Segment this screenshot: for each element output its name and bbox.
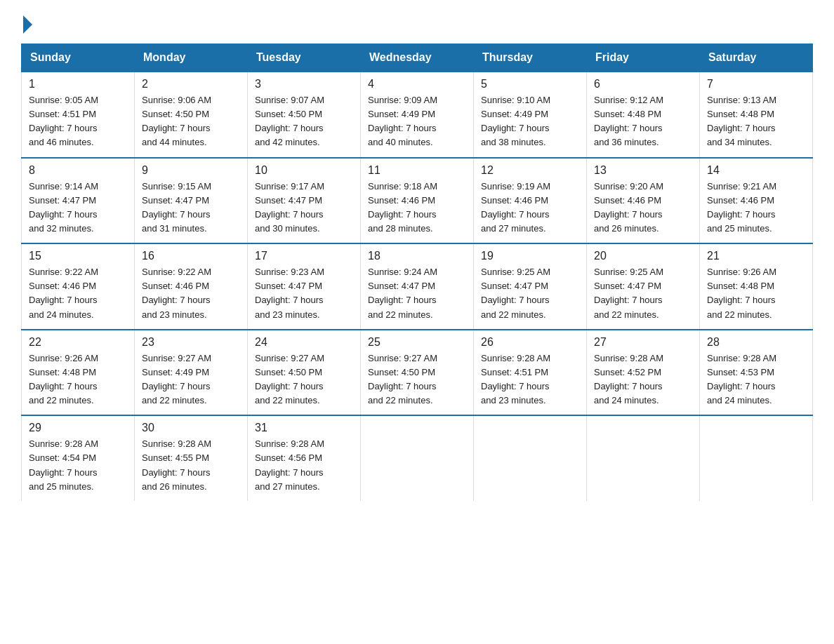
calendar-cell: 19 Sunrise: 9:25 AM Sunset: 4:47 PM Dayl… [474,243,587,330]
calendar-cell [700,415,813,501]
calendar-cell: 26 Sunrise: 9:28 AM Sunset: 4:51 PM Dayl… [474,330,587,416]
calendar-cell: 8 Sunrise: 9:14 AM Sunset: 4:47 PM Dayli… [22,158,135,244]
day-number: 2 [142,78,240,90]
calendar-cell [474,415,587,501]
day-number: 25 [368,336,466,349]
calendar-week-2: 8 Sunrise: 9:14 AM Sunset: 4:47 PM Dayli… [22,158,813,244]
day-info: Sunrise: 9:28 AM Sunset: 4:53 PM Dayligh… [707,351,805,408]
day-number: 21 [707,250,805,262]
day-info: Sunrise: 9:28 AM Sunset: 4:56 PM Dayligh… [255,437,353,494]
day-number: 26 [481,336,579,349]
column-header-thursday: Thursday [474,44,587,72]
calendar-cell [361,415,474,501]
day-number: 3 [255,78,353,90]
day-info: Sunrise: 9:28 AM Sunset: 4:55 PM Dayligh… [142,437,240,494]
calendar-cell: 14 Sunrise: 9:21 AM Sunset: 4:46 PM Dayl… [700,158,813,244]
calendar-cell: 3 Sunrise: 9:07 AM Sunset: 4:50 PM Dayli… [248,72,361,158]
day-number: 1 [29,78,127,90]
day-number: 12 [481,164,579,177]
calendar-cell: 28 Sunrise: 9:28 AM Sunset: 4:53 PM Dayl… [700,330,813,416]
day-info: Sunrise: 9:07 AM Sunset: 4:50 PM Dayligh… [255,93,353,150]
day-number: 6 [594,78,692,90]
logo [21,14,32,31]
day-info: Sunrise: 9:27 AM Sunset: 4:49 PM Dayligh… [142,351,240,408]
calendar-cell [587,415,700,501]
column-header-wednesday: Wednesday [361,44,474,72]
day-number: 18 [368,250,466,262]
day-number: 13 [594,164,692,177]
calendar-header-row: SundayMondayTuesdayWednesdayThursdayFrid… [22,44,813,72]
calendar-week-3: 15 Sunrise: 9:22 AM Sunset: 4:46 PM Dayl… [22,243,813,330]
column-header-saturday: Saturday [700,44,813,72]
day-number: 31 [255,422,353,434]
day-number: 15 [29,250,127,262]
day-number: 16 [142,250,240,262]
logo-arrow-icon [23,15,32,34]
calendar-cell: 18 Sunrise: 9:24 AM Sunset: 4:47 PM Dayl… [361,243,474,330]
day-info: Sunrise: 9:19 AM Sunset: 4:46 PM Dayligh… [481,180,579,236]
day-number: 23 [142,336,240,349]
calendar-cell: 30 Sunrise: 9:28 AM Sunset: 4:55 PM Dayl… [135,415,248,501]
calendar-week-4: 22 Sunrise: 9:26 AM Sunset: 4:48 PM Dayl… [22,330,813,416]
day-info: Sunrise: 9:18 AM Sunset: 4:46 PM Dayligh… [368,180,466,236]
day-info: Sunrise: 9:05 AM Sunset: 4:51 PM Dayligh… [29,93,127,150]
calendar-cell: 20 Sunrise: 9:25 AM Sunset: 4:47 PM Dayl… [587,243,700,330]
day-number: 27 [594,336,692,349]
day-info: Sunrise: 9:26 AM Sunset: 4:48 PM Dayligh… [707,265,805,322]
day-info: Sunrise: 9:28 AM Sunset: 4:54 PM Dayligh… [29,437,127,494]
column-header-sunday: Sunday [22,44,135,72]
column-header-friday: Friday [587,44,700,72]
day-number: 19 [481,250,579,262]
day-info: Sunrise: 9:22 AM Sunset: 4:46 PM Dayligh… [142,265,240,322]
day-info: Sunrise: 9:20 AM Sunset: 4:46 PM Dayligh… [594,180,692,236]
day-info: Sunrise: 9:24 AM Sunset: 4:47 PM Dayligh… [368,265,466,322]
calendar-cell: 17 Sunrise: 9:23 AM Sunset: 4:47 PM Dayl… [248,243,361,330]
day-number: 7 [707,78,805,90]
day-info: Sunrise: 9:28 AM Sunset: 4:52 PM Dayligh… [594,351,692,408]
calendar-cell: 12 Sunrise: 9:19 AM Sunset: 4:46 PM Dayl… [474,158,587,244]
day-info: Sunrise: 9:25 AM Sunset: 4:47 PM Dayligh… [594,265,692,322]
page-header [21,14,813,31]
day-info: Sunrise: 9:23 AM Sunset: 4:47 PM Dayligh… [255,265,353,322]
day-number: 17 [255,250,353,262]
day-number: 20 [594,250,692,262]
calendar-cell: 4 Sunrise: 9:09 AM Sunset: 4:49 PM Dayli… [361,72,474,158]
day-info: Sunrise: 9:06 AM Sunset: 4:50 PM Dayligh… [142,93,240,150]
day-info: Sunrise: 9:28 AM Sunset: 4:51 PM Dayligh… [481,351,579,408]
day-info: Sunrise: 9:21 AM Sunset: 4:46 PM Dayligh… [707,180,805,236]
day-number: 9 [142,164,240,177]
calendar-cell: 31 Sunrise: 9:28 AM Sunset: 4:56 PM Dayl… [248,415,361,501]
day-info: Sunrise: 9:14 AM Sunset: 4:47 PM Dayligh… [29,180,127,236]
day-info: Sunrise: 9:09 AM Sunset: 4:49 PM Dayligh… [368,93,466,150]
day-number: 4 [368,78,466,90]
calendar-cell: 10 Sunrise: 9:17 AM Sunset: 4:47 PM Dayl… [248,158,361,244]
column-header-tuesday: Tuesday [248,44,361,72]
day-info: Sunrise: 9:13 AM Sunset: 4:48 PM Dayligh… [707,93,805,150]
calendar-cell: 22 Sunrise: 9:26 AM Sunset: 4:48 PM Dayl… [22,330,135,416]
day-number: 10 [255,164,353,177]
day-info: Sunrise: 9:27 AM Sunset: 4:50 PM Dayligh… [255,351,353,408]
day-info: Sunrise: 9:22 AM Sunset: 4:46 PM Dayligh… [29,265,127,322]
day-info: Sunrise: 9:25 AM Sunset: 4:47 PM Dayligh… [481,265,579,322]
calendar-cell: 23 Sunrise: 9:27 AM Sunset: 4:49 PM Dayl… [135,330,248,416]
calendar-table: SundayMondayTuesdayWednesdayThursdayFrid… [21,43,813,501]
day-number: 28 [707,336,805,349]
calendar-cell: 7 Sunrise: 9:13 AM Sunset: 4:48 PM Dayli… [700,72,813,158]
calendar-cell: 5 Sunrise: 9:10 AM Sunset: 4:49 PM Dayli… [474,72,587,158]
day-number: 5 [481,78,579,90]
day-info: Sunrise: 9:15 AM Sunset: 4:47 PM Dayligh… [142,180,240,236]
calendar-cell: 25 Sunrise: 9:27 AM Sunset: 4:50 PM Dayl… [361,330,474,416]
day-number: 30 [142,422,240,434]
calendar-cell: 2 Sunrise: 9:06 AM Sunset: 4:50 PM Dayli… [135,72,248,158]
calendar-cell: 15 Sunrise: 9:22 AM Sunset: 4:46 PM Dayl… [22,243,135,330]
calendar-week-1: 1 Sunrise: 9:05 AM Sunset: 4:51 PM Dayli… [22,72,813,158]
calendar-cell: 6 Sunrise: 9:12 AM Sunset: 4:48 PM Dayli… [587,72,700,158]
day-number: 29 [29,422,127,434]
day-info: Sunrise: 9:26 AM Sunset: 4:48 PM Dayligh… [29,351,127,408]
day-info: Sunrise: 9:12 AM Sunset: 4:48 PM Dayligh… [594,93,692,150]
day-number: 22 [29,336,127,349]
column-header-monday: Monday [135,44,248,72]
calendar-cell: 29 Sunrise: 9:28 AM Sunset: 4:54 PM Dayl… [22,415,135,501]
calendar-cell: 13 Sunrise: 9:20 AM Sunset: 4:46 PM Dayl… [587,158,700,244]
calendar-cell: 11 Sunrise: 9:18 AM Sunset: 4:46 PM Dayl… [361,158,474,244]
